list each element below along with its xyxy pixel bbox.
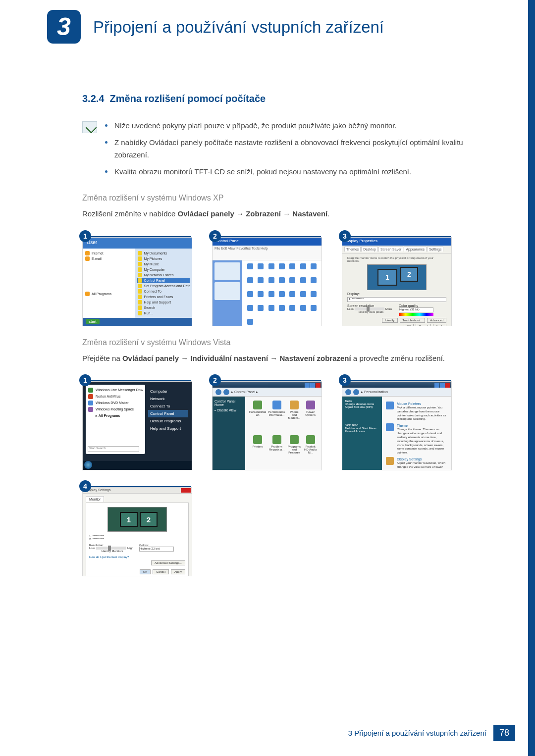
res-less: Less — [347, 307, 354, 310]
note-block: Níže uvedené pokyny platí pouze v případ… — [82, 119, 483, 182]
monitor-preview: 1 2 — [367, 264, 427, 290]
xp-startmenu: User Internet E-mail All Programs My Doc… — [82, 237, 192, 326]
note-list: Níže uvedené pokyny platí pouze v případ… — [105, 119, 483, 182]
window-title: Display Properties — [342, 238, 451, 246]
subsection-number: 3.2.4 — [82, 93, 104, 104]
cp-icon — [256, 277, 265, 290]
close-icon — [445, 383, 450, 388]
cp-icon: Problem Reports a... — [268, 435, 285, 467]
titlebar — [213, 382, 321, 388]
cp-icon — [298, 305, 308, 318]
address-text: Control Panel — [234, 390, 255, 394]
label: Classic View — [216, 408, 236, 412]
pz-entry: Display SettingsAdjust your monitor reso… — [386, 457, 447, 470]
step-badge: 2 — [209, 374, 221, 386]
res-more: More — [385, 307, 392, 310]
monitor-2: 2 — [140, 512, 158, 527]
addressbar: ▸ Personalization — [342, 388, 451, 397]
cp-icon — [288, 277, 297, 290]
advanced-button: Advanced — [427, 318, 446, 323]
entry-title: Display Settings — [397, 457, 447, 461]
tab-monitor: Monitor — [86, 496, 104, 502]
cp-icon: Printers — [249, 435, 266, 467]
step-line — [89, 236, 191, 237]
cp-icon — [277, 291, 286, 304]
page-footer: 3 Připojení a používání vstupních zaříze… — [348, 725, 515, 741]
note-icon — [82, 121, 97, 133]
vista-startmenu: Windows Live Messenger Download Norton A… — [82, 381, 192, 470]
vista-controlpanel: ▸ Control Panel ▸ Control Panel Home • C… — [212, 381, 322, 470]
menu-item: Set Program Access and Defaults — [137, 283, 190, 289]
tab-settings: Settings — [427, 247, 443, 252]
xp-path: Rozlišení změníte v nabídce Ovládací pan… — [82, 207, 483, 220]
cp-icon: Realtek HD Audio M... — [303, 435, 318, 467]
menu-item: Windows DVD Maker — [88, 400, 143, 406]
menu-all-programs: ▸ All Programs — [88, 412, 143, 419]
cp-icon — [309, 291, 319, 304]
address-text: Personalization — [364, 390, 388, 394]
footer-text: 3 Připojení a používání vstupních zaříze… — [348, 729, 486, 737]
tab: Desktop — [361, 247, 378, 252]
cp-icon-grid — [242, 260, 321, 326]
note-text: Z nabídky Ovládací panely počítače nasta… — [114, 136, 483, 161]
menu-item: Internet — [85, 251, 133, 256]
res-label: Screen resolution — [347, 304, 395, 307]
side-item: Adjust font size (DPI) — [345, 405, 379, 408]
subsection-title: 3.2.4 Změna rozlišení pomocí počítače — [82, 93, 483, 104]
cp-icon — [309, 263, 319, 276]
tab: Screen Saver — [378, 247, 403, 252]
window-title: Display Settings — [83, 488, 192, 494]
vista-figure-4: 4 Display Settings Monitor 1 2 1. ******… — [82, 487, 192, 576]
vista-path: Přejděte na Ovládací panely → Individuál… — [82, 352, 483, 365]
maximize-icon — [310, 383, 315, 388]
startmenu-right: Computer Network Connect To Control Pane… — [148, 388, 188, 432]
text: Rozlišení změníte v nabídce — [82, 209, 178, 218]
cp-icon — [267, 291, 276, 304]
vista-figure-2: 2 ▸ Control Panel ▸ Control Panel Home •… — [212, 381, 322, 470]
apply-button: Apply — [433, 324, 446, 326]
menu-item: My Computer — [137, 267, 190, 272]
menu-item: Search — [137, 305, 190, 310]
step-line — [219, 236, 321, 237]
cp-icon — [267, 263, 276, 276]
startmenu-left: Internet E-mail All Programs — [83, 249, 135, 318]
path-bold: Ovládací panely → Zobrazení → Nastavení — [178, 209, 328, 218]
colors-select: Highest (32 bit) — [139, 547, 174, 552]
menu-item: My Network Places — [137, 272, 190, 278]
vista-figure-row-1: 1 Windows Live Messenger Download Norton… — [82, 381, 483, 470]
cp-icon — [288, 263, 297, 276]
cp-icon — [245, 319, 255, 326]
pz-main: Mouse PointersPick a different mouse poi… — [382, 397, 451, 470]
low-label: Low — [89, 547, 95, 550]
theme-icon — [386, 423, 394, 431]
menu-item: My Music — [137, 261, 190, 267]
startmenu-left: Windows Live Messenger Download Norton A… — [86, 385, 145, 454]
menu-item: Help and Support — [137, 300, 190, 305]
minimize-icon — [305, 383, 310, 388]
entry-desc: Change the theme. Themes can change a wi… — [397, 428, 447, 455]
menu-item: My Documents — [137, 251, 190, 256]
step-line — [89, 486, 191, 487]
cp-icon: Performance Informatio... — [268, 401, 285, 432]
back-icon — [345, 389, 351, 395]
xp-figure-row: 1 User Internet E-mail All Programs My D… — [82, 237, 483, 326]
monitor-2: 2 — [400, 267, 418, 282]
content: 3.2.4 Změna rozlišení pomocí počítače Ní… — [82, 93, 483, 586]
chapter-number: 3 — [57, 12, 71, 41]
pz-entry: ThemeChange the theme. Themes can change… — [386, 423, 447, 455]
step-line — [349, 236, 451, 237]
start-orb-icon — [84, 461, 92, 469]
fwd-icon — [223, 389, 229, 395]
cp-icon: Power Options — [303, 401, 318, 432]
startmenu-right: My Documents My Pictures My Music My Com… — [135, 249, 192, 318]
menu-item: Run... — [137, 310, 190, 316]
cp-icon — [267, 305, 276, 318]
bullet-icon — [105, 141, 107, 144]
step-line — [349, 380, 451, 381]
ok-button: OK — [140, 569, 151, 574]
text: . — [327, 209, 329, 218]
cp-icon — [245, 305, 255, 318]
step-badge: 1 — [79, 230, 91, 242]
cp-icon — [245, 263, 255, 276]
note-item: Kvalita obrazu monitorů TFT-LCD se sníží… — [105, 165, 483, 178]
